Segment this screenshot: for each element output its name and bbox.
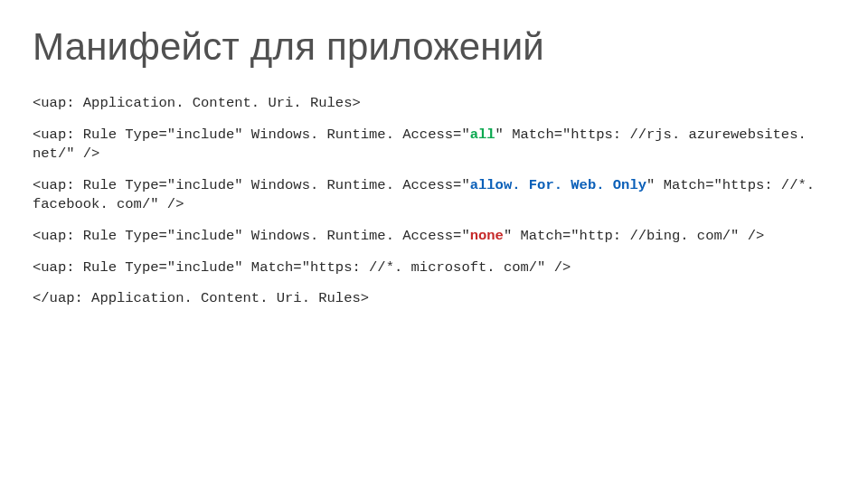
code-line-rule-allow: <uap: Rule Type="include" Windows. Runti… [33, 176, 835, 214]
code-text: <uap: Rule Type="include" Windows. Runti… [33, 177, 470, 193]
highlight-all: all [470, 127, 495, 143]
slide-title: Манифейст для приложений [33, 25, 835, 69]
code-text: " Match="http: //bing. com/" /> [504, 228, 764, 244]
code-line-rule-none: <uap: Rule Type="include" Windows. Runti… [33, 227, 835, 246]
code-line-close: </uap: Application. Content. Uri. Rules> [33, 289, 835, 308]
code-line-rule-all: <uap: Rule Type="include" Windows. Runti… [33, 126, 835, 164]
highlight-allowforwebonly: allow. For. Web. Only [470, 177, 646, 193]
code-block: <uap: Application. Content. Uri. Rules> … [33, 94, 835, 308]
code-line-open: <uap: Application. Content. Uri. Rules> [33, 94, 835, 113]
code-text: <uap: Rule Type="include" Windows. Runti… [33, 228, 470, 244]
slide: Манифейст для приложений <uap: Applicati… [0, 0, 868, 308]
code-text: <uap: Rule Type="include" Windows. Runti… [33, 127, 470, 143]
highlight-none: none [470, 228, 504, 244]
code-line-rule-plain: <uap: Rule Type="include" Match="https: … [33, 258, 835, 277]
